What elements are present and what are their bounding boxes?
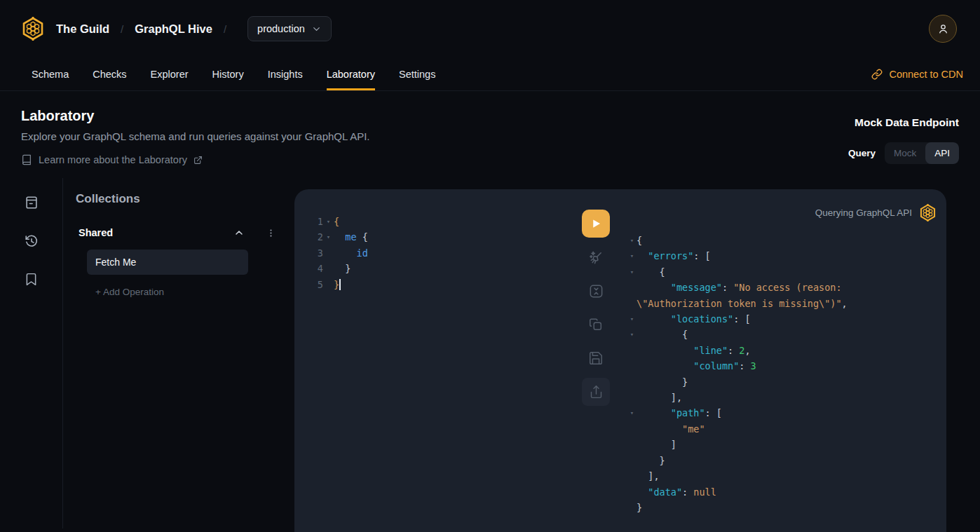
laboratory-main: Collections Shared Fetch Me + Add Operat… (0, 178, 980, 528)
collections-heading: Collections (76, 192, 276, 206)
tab-settings[interactable]: Settings (399, 57, 435, 90)
save-icon (588, 350, 604, 366)
mock-endpoint-title: Mock Data Endpoint (848, 116, 959, 129)
tab-schema[interactable]: Schema (32, 57, 69, 90)
share-icon (589, 385, 604, 400)
copy-query-button[interactable] (582, 311, 610, 339)
tab-checks[interactable]: Checks (93, 57, 126, 90)
learn-more-label: Learn more about the Laboratory (39, 154, 187, 165)
person-icon (937, 22, 950, 36)
response-code: ▾{▾ "errors": [▾ { "message": "No access… (627, 233, 937, 515)
graphiql-panel: 1▾{2▾ me {3 id4 }5} (294, 189, 946, 532)
merge-icon (588, 283, 604, 299)
page-head: Laboratory Explore your GraphQL schema a… (0, 91, 980, 165)
collection-group-label: Shared (79, 227, 113, 238)
breadcrumb-separator: / (121, 23, 123, 35)
external-link-icon (193, 156, 203, 165)
tab-insights[interactable]: Insights (268, 57, 303, 90)
graphiql-plugin-rail (0, 178, 63, 528)
chevron-down-icon (311, 24, 322, 34)
prettify-icon (588, 250, 604, 266)
target-selector[interactable]: production (247, 16, 332, 41)
page-subtitle: Explore your GraphQL schema and run quer… (21, 130, 370, 142)
history-icon[interactable] (24, 233, 39, 249)
collections-panel: Collections Shared Fetch Me + Add Operat… (63, 178, 293, 528)
hive-mini-logo-icon (919, 203, 937, 222)
breadcrumb-org[interactable]: The Guild (56, 22, 109, 36)
bookmark-icon[interactable] (24, 272, 39, 287)
response-pane: Querying GraphQL API (620, 189, 946, 532)
query-editor[interactable]: 1▾{2▾ me {3 id4 }5} (294, 189, 571, 532)
toggle-option-mock[interactable]: Mock (885, 142, 925, 164)
app-header: The Guild / GraphQL Hive / production (0, 0, 980, 57)
share-operation-button[interactable] (582, 378, 610, 406)
operation-item[interactable]: Fetch Me (87, 250, 248, 275)
breadcrumb-project[interactable]: GraphQL Hive (135, 22, 212, 36)
learn-more-link[interactable]: Learn more about the Laboratory (21, 154, 370, 165)
connect-to-cdn-button[interactable]: Connect to CDN (871, 57, 963, 90)
endpoint-toggle: Mock API (885, 142, 959, 164)
tab-history[interactable]: History (212, 57, 244, 90)
copy-icon (588, 317, 604, 332)
response-status-label: Querying GraphQL API (815, 207, 912, 218)
query-editor-code[interactable]: 1▾{2▾ me {3 id4 }5} (311, 214, 571, 292)
breadcrumb-separator: / (224, 23, 226, 35)
hive-logo-icon[interactable] (21, 16, 45, 41)
project-nav: Schema Checks Explorer History Insights … (0, 57, 980, 91)
user-avatar[interactable] (929, 15, 957, 43)
play-icon (590, 217, 602, 230)
query-label: Query (848, 148, 876, 158)
tab-laboratory[interactable]: Laboratory (327, 57, 375, 90)
save-operation-button[interactable] (582, 344, 610, 372)
merge-fragments-button[interactable] (582, 277, 610, 305)
prettify-button[interactable] (582, 243, 610, 271)
link-icon (871, 69, 883, 80)
collections-docs-icon[interactable] (24, 195, 39, 210)
book-icon (21, 154, 32, 165)
page-title: Laboratory (21, 108, 370, 124)
kebab-menu-icon[interactable] (266, 228, 276, 238)
graphiql-toolbar (571, 189, 620, 532)
target-selector-value: production (257, 23, 305, 34)
tab-explorer[interactable]: Explorer (151, 57, 189, 90)
execute-query-button[interactable] (582, 210, 610, 238)
chevron-up-icon[interactable] (233, 227, 245, 238)
toggle-option-api[interactable]: API (925, 142, 959, 164)
connect-to-cdn-label: Connect to CDN (889, 69, 963, 80)
add-operation-button[interactable]: + Add Operation (95, 287, 276, 297)
